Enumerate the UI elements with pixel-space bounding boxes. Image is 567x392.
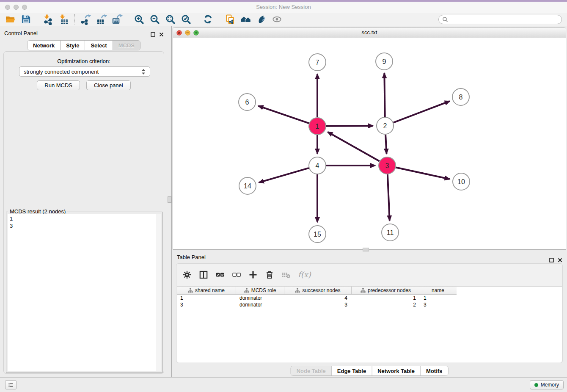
column-header-MCDS-role[interactable]: MCDS role [236,287,284,294]
graph-edge-2-3[interactable] [385,135,386,154]
zoom-out-button[interactable] [147,13,162,26]
refresh-button[interactable] [200,13,216,26]
graph-edge-4-14[interactable] [259,168,309,182]
table-cell[interactable]: dominator [236,302,284,308]
selected-option: strongly connected component [24,69,140,75]
import-table-button[interactable] [56,13,72,26]
table-settings-button[interactable] [181,269,193,281]
select-all-columns-button[interactable] [214,269,226,281]
graph-node-label: 10 [457,178,465,185]
import-network-button[interactable] [40,13,56,26]
control-panel-tabs: NetworkStyleSelectMCDS [27,40,140,50]
function-builder-button[interactable]: f(x) [297,269,314,281]
optimization-criterion-label: Optimization criterion: [0,58,168,64]
zoom-fit-button[interactable] [162,13,178,26]
table-panel-divider-handle[interactable] [363,248,369,251]
delete-table-button[interactable] [280,269,292,281]
unselect-all-columns-button[interactable] [231,269,242,281]
graph-edge-2-9[interactable] [384,73,385,117]
split-columns-icon [198,270,209,280]
toolbar-separator [197,14,197,25]
column-header-shared-name[interactable]: shared name [177,287,236,294]
run-mcds-button[interactable]: Run MCDS [37,80,80,90]
network-window-title: scc.txt [173,29,566,36]
float-panel-button[interactable] [151,31,155,39]
graph-edge-3-10[interactable] [396,167,450,179]
mcds-result-list[interactable]: 13 [8,214,161,371]
table-cell[interactable]: 2 [352,302,420,308]
graph-node-label: 2 [383,122,387,130]
delete-columns-button[interactable] [264,269,275,281]
memory-label: Memory [541,382,559,388]
column-header-name[interactable]: name [420,287,456,294]
tab-network-table[interactable]: Network Table [372,366,420,375]
zoom-selected-button[interactable] [178,13,194,26]
table-cell[interactable]: 1 [177,295,236,301]
column-header-predecessor-nodes[interactable]: predecessor nodes [352,287,420,294]
tab-mcds[interactable]: MCDS [113,41,140,50]
graph-edges [258,73,449,222]
apply-style-button[interactable] [253,13,269,26]
eye-icon [272,14,282,25]
export-image-button[interactable] [109,13,125,26]
graph-node-label: 3 [385,162,389,169]
table-cell[interactable]: dominator [236,295,284,301]
create-column-button[interactable] [247,269,259,281]
zoom-out-icon [149,14,160,25]
tab-style[interactable]: Style [60,41,85,50]
node-table: shared nameMCDS rolesuccessor nodesprede… [177,286,562,362]
optimization-criterion-select[interactable]: strongly connected component [19,66,150,77]
save-session-button[interactable] [18,13,34,26]
graph-node-label: 9 [383,58,386,65]
show-columns-button[interactable] [198,269,209,281]
duplicate-network-button[interactable] [222,13,238,26]
open-folder-icon [5,14,16,25]
task-history-button[interactable] [5,380,17,389]
show-hide-button[interactable] [269,13,285,26]
graph-edge-3-1[interactable] [328,132,379,161]
tab-edge-table[interactable]: Edge Table [331,366,372,375]
table-cell[interactable]: 4 [284,295,352,301]
panel-divider-handle[interactable] [168,196,171,203]
gear-icon [182,270,192,280]
table-cell[interactable]: 3 [284,302,352,308]
mcds-result-line: 3 [10,222,161,229]
plus-icon [248,270,258,280]
import-network-icon [43,14,54,25]
graph-edge-2-8[interactable] [394,101,450,123]
table-cell[interactable]: 3 [420,302,456,308]
export-table-button[interactable] [94,13,109,26]
memory-button[interactable]: Memory [530,380,564,389]
scrollbar-track[interactable] [156,214,161,371]
network-window-titlebar[interactable]: scc.txt [173,28,566,38]
tab-motifs[interactable]: Motifs [420,366,448,375]
table-cell[interactable]: 1 [420,295,456,301]
tab-network[interactable]: Network [28,41,60,50]
open-file-button[interactable] [3,13,18,26]
graph-edge-1-2[interactable] [326,126,373,126]
table-row[interactable]: 1dominator411 [177,295,562,301]
network-graph: 7968124314101511 [173,38,566,249]
graph-edge-3-11[interactable] [388,174,390,221]
tab-node-table[interactable]: Node Table [291,366,331,375]
toolbar-separator [74,14,75,25]
search-input[interactable] [450,16,561,23]
table-cell[interactable]: 1 [352,295,420,301]
unchecked-boxes-icon [231,270,242,280]
mcds-result-groupbox: MCDS result (2 nodes) 13 [6,212,162,373]
delete-table-icon [281,270,291,280]
table-cell[interactable]: 3 [177,302,236,308]
column-header-successor-nodes[interactable]: successor nodes [284,287,352,294]
export-network-button[interactable] [78,13,94,26]
show-network-overview-button[interactable] [238,13,253,26]
graph-edge-1-6[interactable] [258,106,309,123]
close-panel-button[interactable] [159,31,164,39]
graph-node-label: 11 [387,229,394,236]
search-box[interactable] [438,15,562,24]
close-panel-button-cp[interactable]: Close panel [86,80,131,90]
tab-select[interactable]: Select [85,41,112,50]
table-row[interactable]: 3dominator323 [177,301,562,308]
panel-divider[interactable] [171,26,172,377]
zoom-in-button[interactable] [131,13,147,26]
network-canvas[interactable]: 7968124314101511 [173,38,566,249]
